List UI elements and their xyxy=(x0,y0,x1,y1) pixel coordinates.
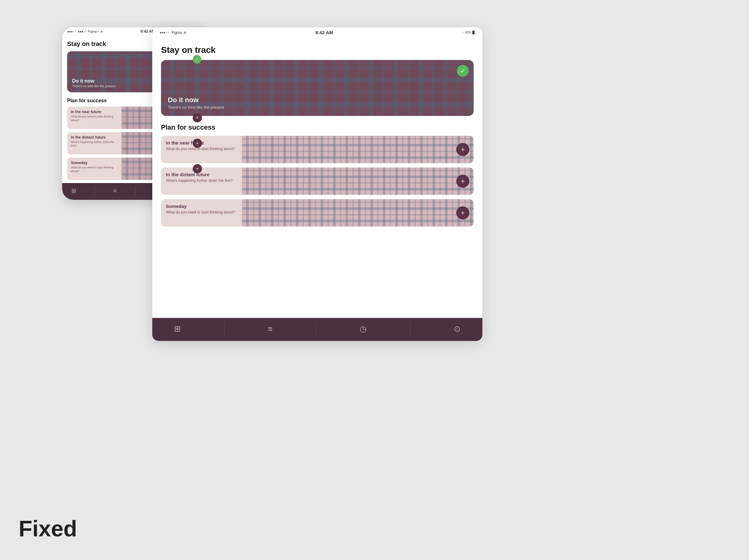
large-plan-plaid-0: + xyxy=(242,136,474,163)
large-nav-home[interactable]: ⊞ xyxy=(174,324,181,334)
large-plan-title: Plan for success xyxy=(161,123,474,131)
large-plan-plaid-1: + xyxy=(242,168,474,195)
large-signal-up: ↑ xyxy=(462,31,464,34)
large-battery-pct: 42% xyxy=(465,31,471,34)
small-nav-list[interactable]: ≡ xyxy=(113,188,117,194)
small-check-badge[interactable]: ✓ xyxy=(193,55,201,64)
large-plan-card-0[interactable]: In the near future What do you need to s… xyxy=(161,136,474,163)
small-plan-card-text-0: In the near future What do you need to s… xyxy=(67,107,122,129)
large-plus-btn-2[interactable]: + xyxy=(456,206,469,219)
small-nav-div-1 xyxy=(94,186,95,195)
large-plan-plaid-2: + xyxy=(242,199,474,227)
large-check-badge[interactable]: ✓ xyxy=(457,65,469,77)
small-plan-name-0: In the near future xyxy=(71,110,118,114)
large-plan-card-text-1: In the distant future What's happening f… xyxy=(161,168,242,195)
large-plus-btn-0[interactable]: + xyxy=(456,143,469,156)
page-label: Fixed xyxy=(19,516,77,541)
large-status-left: ●●●○○ Figma ≋ xyxy=(160,30,187,35)
wifi-icon: ≋ xyxy=(100,30,103,33)
small-plan-name-1: In the distant future xyxy=(71,135,118,139)
large-signal: ●●●○○ xyxy=(160,31,169,34)
large-plan-name-2: Someday xyxy=(166,203,237,209)
small-plus-btn-1[interactable]: + xyxy=(193,138,202,148)
large-carrier: Figma xyxy=(172,30,182,35)
large-plan-name-1: In the distant future xyxy=(166,172,237,177)
large-plan-desc-2: What do you need to start thinking about… xyxy=(166,210,237,215)
large-plan-desc-1: What's happening further down the line? xyxy=(166,178,237,184)
large-nav-list[interactable]: ≡ xyxy=(268,324,273,334)
large-status-right: ↑ 42% ▉ xyxy=(462,31,475,34)
small-nav-home[interactable]: ⊞ xyxy=(71,187,76,194)
small-hero-text: Do it now There's no time like the prese… xyxy=(72,78,115,88)
large-plan-card-text-0: In the near future What do you need to s… xyxy=(161,136,242,163)
small-plus-btn-0[interactable]: + xyxy=(193,113,202,123)
large-spacer xyxy=(152,231,482,312)
small-plan-desc-1: What's happening further down the line? xyxy=(71,141,118,148)
large-battery-icon: ▉ xyxy=(472,31,475,34)
small-plan-name-2: Someday xyxy=(71,161,118,165)
large-plus-btn-1[interactable]: + xyxy=(456,175,469,188)
large-page-content: Stay on track ✓ Do it now There's no tim… xyxy=(152,38,482,227)
large-plan-desc-0: What do you need to start thinking about… xyxy=(166,147,237,152)
signal-dots: ●●●○○ xyxy=(67,30,77,33)
large-nav-chat[interactable]: ◷ xyxy=(360,324,367,334)
large-clock: 9:42 AM xyxy=(316,30,333,35)
large-hero-subtitle: There's no time like the present xyxy=(168,105,224,110)
large-nav-div-2 xyxy=(316,322,316,335)
large-plan-card-text-2: Someday What do you need to start thinki… xyxy=(161,199,242,227)
large-hero-title: Do it now xyxy=(168,96,224,104)
status-bar-large: ●●●○○ Figma ≋ 9:42 AM ↑ 42% ▉ xyxy=(152,27,482,38)
large-hero-card[interactable]: ✓ Do it now There's no time like the pre… xyxy=(161,60,474,116)
large-bottom-nav: ⊞ ≡ ◷ ⊙ xyxy=(152,318,482,341)
large-wifi-icon: ≋ xyxy=(184,30,187,35)
large-plan-card-2[interactable]: Someday What do you need to start thinki… xyxy=(161,199,474,227)
large-header-title: Stay on track xyxy=(161,45,474,55)
small-plan-card-text-2: Someday What do you need to start thinki… xyxy=(67,157,122,180)
large-nav-div-1 xyxy=(224,322,224,335)
carrier-label: ●●●○○ Figma ≈ xyxy=(78,30,99,33)
small-plan-desc-2: What do you need to start thinking about… xyxy=(71,166,118,173)
status-left: ●●●○○ ●●●○○ Figma ≈ ≋ xyxy=(67,30,103,33)
large-tablet: ●●●○○ Figma ≋ 9:42 AM ↑ 42% ▉ Stay on tr… xyxy=(152,27,482,341)
small-nav-div-2 xyxy=(135,186,135,195)
large-plan-card-1[interactable]: In the distant future What's happening f… xyxy=(161,168,474,195)
small-plus-btn-2[interactable]: + xyxy=(193,164,202,173)
large-hero-text: Do it now There's no time like the prese… xyxy=(168,96,224,110)
small-plan-desc-0: What do you need to start thinking about… xyxy=(71,115,118,122)
small-hero-subtitle: There's no time like the present xyxy=(72,85,115,88)
large-nav-profile[interactable]: ⊙ xyxy=(454,324,461,334)
small-plan-card-text-1: In the distant future What's happening f… xyxy=(67,132,122,154)
small-hero-title: Do it now xyxy=(72,78,115,84)
